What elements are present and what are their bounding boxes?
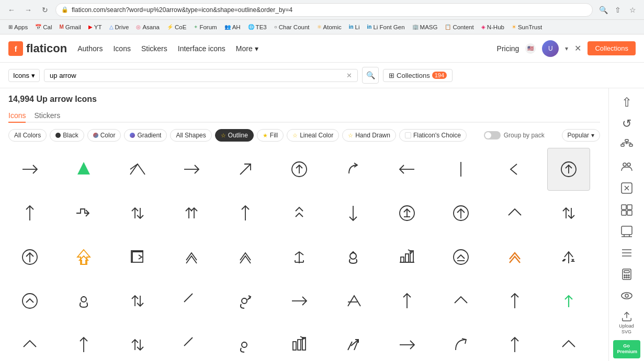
icon-cell[interactable] — [386, 148, 428, 191]
icon-cell[interactable] — [8, 323, 51, 361]
nav-interface-icons[interactable]: Interface icons — [178, 44, 225, 53]
icon-cell[interactable] — [493, 148, 536, 191]
filter-all-shapes[interactable]: All Shapes — [170, 129, 211, 142]
icon-cell[interactable] — [170, 280, 213, 322]
icon-cell[interactable] — [116, 323, 159, 361]
icon-cell[interactable] — [116, 148, 159, 191]
icon-cell[interactable] — [493, 280, 536, 322]
icon-cell[interactable] — [547, 280, 590, 322]
bookmark-yt[interactable]: ▶ YT — [85, 23, 105, 31]
icon-cell[interactable] — [224, 236, 267, 278]
icon-cell[interactable] — [116, 192, 159, 235]
bookmark-gmail[interactable]: M Gmail — [56, 23, 84, 31]
icon-cell[interactable] — [493, 236, 536, 278]
nav-icons[interactable]: Icons — [113, 44, 130, 53]
search-input[interactable] — [50, 72, 342, 79]
bookmark-masg[interactable]: 🏢 MASG — [409, 23, 441, 31]
icon-cell[interactable] — [170, 148, 213, 191]
icon-cell[interactable] — [278, 192, 321, 235]
icon-cell[interactable] — [332, 192, 375, 235]
icon-cell[interactable] — [62, 280, 105, 322]
filter-lineal-color[interactable]: ☆ Lineal Color — [287, 129, 339, 142]
icon-cell[interactable] — [493, 323, 536, 361]
icon-cell[interactable] — [547, 148, 590, 191]
icon-cell[interactable] — [8, 280, 51, 322]
panel-grid-icon[interactable] — [613, 200, 640, 219]
icon-cell[interactable] — [493, 192, 536, 235]
icon-cell[interactable] — [386, 192, 428, 235]
nav-stickers[interactable]: Stickers — [141, 44, 167, 53]
icon-cell[interactable] — [547, 192, 590, 235]
icon-cell[interactable] — [8, 192, 51, 235]
panel-eye-icon[interactable] — [613, 286, 640, 306]
tab-stickers[interactable]: Stickers — [34, 109, 60, 123]
icon-cell[interactable] — [332, 236, 375, 278]
bookmark-asana[interactable]: ◎ Asana — [133, 23, 163, 31]
icon-cell[interactable] — [332, 148, 375, 191]
collections-button[interactable]: Collections — [587, 41, 636, 55]
search-submit-button[interactable]: 🔍 — [362, 67, 379, 84]
user-avatar[interactable]: U — [542, 40, 559, 57]
icon-cell[interactable] — [170, 192, 213, 235]
icon-cell[interactable] — [224, 323, 267, 361]
icon-cell[interactable] — [116, 280, 159, 322]
panel-org-chart-icon[interactable] — [613, 135, 640, 155]
filter-outline[interactable]: ☆ Outline — [215, 129, 254, 142]
icon-cell[interactable] — [224, 148, 267, 191]
filter-gradient[interactable]: Gradient — [124, 129, 167, 142]
icon-cell[interactable] — [386, 236, 428, 278]
group-by-pack-toggle[interactable] — [484, 131, 501, 139]
bookmark-ah[interactable]: 👥 AH — [221, 23, 244, 31]
icon-cell[interactable] — [278, 323, 321, 361]
icon-cell[interactable] — [224, 280, 267, 322]
filter-fill[interactable]: ★ Fill — [257, 129, 284, 142]
bookmark-forum[interactable]: ✦ Forum — [190, 23, 220, 31]
icon-cell[interactable] — [439, 323, 482, 361]
filter-hand-drawn[interactable]: ☆ Hand Drawn — [342, 129, 396, 142]
icon-cell[interactable] — [439, 192, 482, 235]
icon-cell[interactable] — [386, 280, 428, 322]
icon-cell[interactable] — [278, 280, 321, 322]
panel-undo-icon[interactable]: ↺ — [613, 114, 640, 133]
address-bar[interactable]: 🔒 flaticon.com/search?word=up%20arrow&ty… — [55, 3, 593, 17]
close-panel-button[interactable]: ✕ — [574, 43, 581, 53]
icon-cell[interactable] — [547, 236, 590, 278]
bookmark-lifontgen[interactable]: in Li Font Gen — [364, 23, 408, 31]
icon-cell[interactable] — [8, 236, 51, 278]
filter-flaticons-choice[interactable]: Flaticon's Choice — [399, 129, 467, 142]
nav-authors[interactable]: Authors — [77, 44, 103, 53]
panel-chart-icon[interactable] — [613, 222, 640, 241]
icon-cell[interactable] — [332, 280, 375, 322]
sort-button[interactable]: Popular ▾ — [562, 129, 600, 142]
logo-area[interactable]: f flaticon — [8, 41, 67, 56]
search-clear-button[interactable]: ✕ — [346, 72, 352, 79]
icon-cell[interactable] — [62, 192, 105, 235]
bookmark-charcount[interactable]: ○ Char Count — [271, 23, 313, 31]
panel-people-icon[interactable] — [613, 157, 640, 177]
panel-lines-icon[interactable] — [613, 243, 640, 262]
filter-all-colors[interactable]: All Colors — [8, 129, 47, 142]
icon-cell[interactable] — [278, 236, 321, 278]
filter-black[interactable]: Black — [50, 129, 84, 142]
icon-cell[interactable] — [439, 280, 482, 322]
icon-cell[interactable] — [547, 323, 590, 361]
bookmark-apps[interactable]: ⊞ Apps — [5, 23, 31, 31]
icon-cell[interactable] — [62, 323, 105, 361]
bookmark-nhub[interactable]: ◈ N-Hub — [478, 23, 507, 31]
icon-cell[interactable] — [332, 323, 375, 361]
bookmark-li[interactable]: in Li — [346, 23, 363, 31]
bookmark-star-icon[interactable]: ☆ — [626, 4, 639, 16]
tab-icons[interactable]: Icons — [8, 109, 26, 123]
upload-svg-button[interactable]: UploadSVG — [613, 308, 640, 338]
bookmark-te3[interactable]: 🌐 TE3 — [245, 23, 270, 31]
icon-cell[interactable] — [278, 148, 321, 191]
panel-up-arrow-icon[interactable]: ⇧ — [613, 92, 640, 112]
panel-calculator-icon[interactable] — [613, 265, 640, 284]
forward-button[interactable]: → — [22, 4, 35, 16]
icon-cell[interactable] — [116, 236, 159, 278]
bookmark-cal[interactable]: 📅 Cal — [32, 23, 55, 31]
icon-cell[interactable] — [8, 148, 51, 191]
icon-cell[interactable] — [386, 323, 428, 361]
pricing-button[interactable]: Pricing — [497, 44, 519, 53]
icon-cell[interactable] — [439, 236, 482, 278]
